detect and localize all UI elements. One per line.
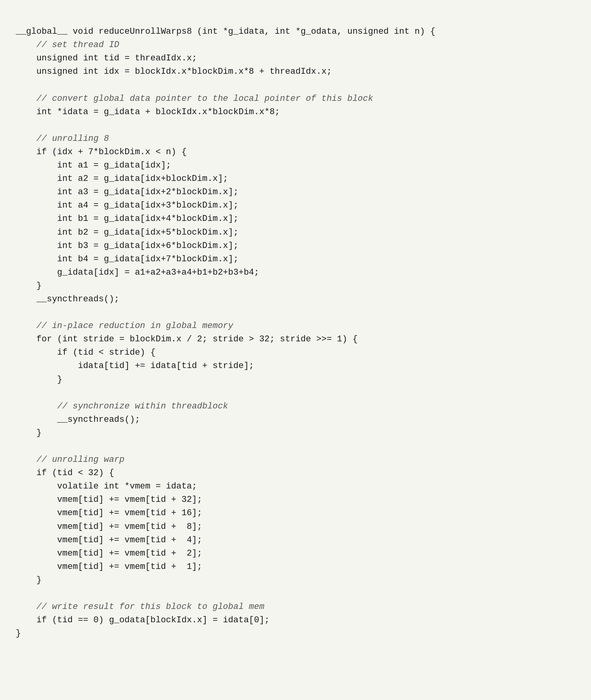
code-line: __syncthreads(); (12, 413, 579, 427)
code-line: // unrolling warp (12, 453, 579, 467)
code-line: idata[tid] += idata[tid + stride]; (12, 359, 579, 373)
code-line: int a3 = g_idata[idx+2*blockDim.x]; (12, 186, 579, 199)
code-line: __global__ void reduceUnrollWarps8 (int … (12, 25, 579, 38)
code-line: vmem[tid] += vmem[tid + 8]; (12, 520, 579, 534)
code-line: if (tid < stride) { (12, 346, 579, 359)
code-line: if (idx + 7*blockDim.x < n) { (12, 146, 579, 159)
code-line: int a4 = g_idata[idx+3*blockDim.x]; (12, 199, 579, 212)
code-line: // in-place reduction in global memory (12, 319, 579, 333)
code-line: // write result for this block to global… (12, 600, 579, 614)
code-line (12, 306, 579, 319)
code-line: vmem[tid] += vmem[tid + 4]; (12, 534, 579, 547)
code-line: } (12, 574, 579, 587)
code-line: } (12, 627, 579, 640)
code-line: int b1 = g_idata[idx+4*blockDim.x]; (12, 212, 579, 226)
code-line: if (tid < 32) { (12, 467, 579, 480)
code-line: g_idata[idx] = a1+a2+a3+a4+b1+b2+b3+b4; (12, 266, 579, 279)
code-line: vmem[tid] += vmem[tid + 2]; (12, 547, 579, 560)
code-line: volatile int *vmem = idata; (12, 480, 579, 493)
code-line: int *idata = g_idata + blockIdx.x*blockD… (12, 106, 579, 119)
code-line: int b2 = g_idata[idx+5*blockDim.x]; (12, 226, 579, 239)
code-line: } (12, 373, 579, 386)
code-line: int a2 = g_idata[idx+blockDim.x]; (12, 172, 579, 186)
code-line: vmem[tid] += vmem[tid + 1]; (12, 560, 579, 574)
code-line (12, 440, 579, 453)
code-line: vmem[tid] += vmem[tid + 32]; (12, 493, 579, 507)
code-line: unsigned int idx = blockIdx.x*blockDim.x… (12, 65, 579, 78)
code-block: __global__ void reduceUnrollWarps8 (int … (12, 8, 579, 644)
code-line: // synchronize within threadblock (12, 400, 579, 413)
code-line: for (int stride = blockDim.x / 2; stride… (12, 333, 579, 346)
code-line: unsigned int tid = threadIdx.x; (12, 52, 579, 65)
code-line: // set thread ID (12, 38, 579, 52)
code-line (12, 386, 579, 400)
code-line: } (12, 279, 579, 293)
code-line: int b3 = g_idata[idx+6*blockDim.x]; (12, 239, 579, 253)
code-line: if (tid == 0) g_odata[blockIdx.x] = idat… (12, 614, 579, 627)
code-line: int b4 = g_idata[idx+7*blockDim.x]; (12, 253, 579, 266)
code-line (12, 78, 579, 92)
code-line (12, 587, 579, 600)
code-line: // convert global data pointer to the lo… (12, 92, 579, 106)
code-line: vmem[tid] += vmem[tid + 16]; (12, 507, 579, 520)
code-line: } (12, 427, 579, 440)
code-line: __syncthreads(); (12, 293, 579, 306)
code-line: int a1 = g_idata[idx]; (12, 159, 579, 172)
code-line: // unrolling 8 (12, 132, 579, 146)
code-line (12, 119, 579, 132)
